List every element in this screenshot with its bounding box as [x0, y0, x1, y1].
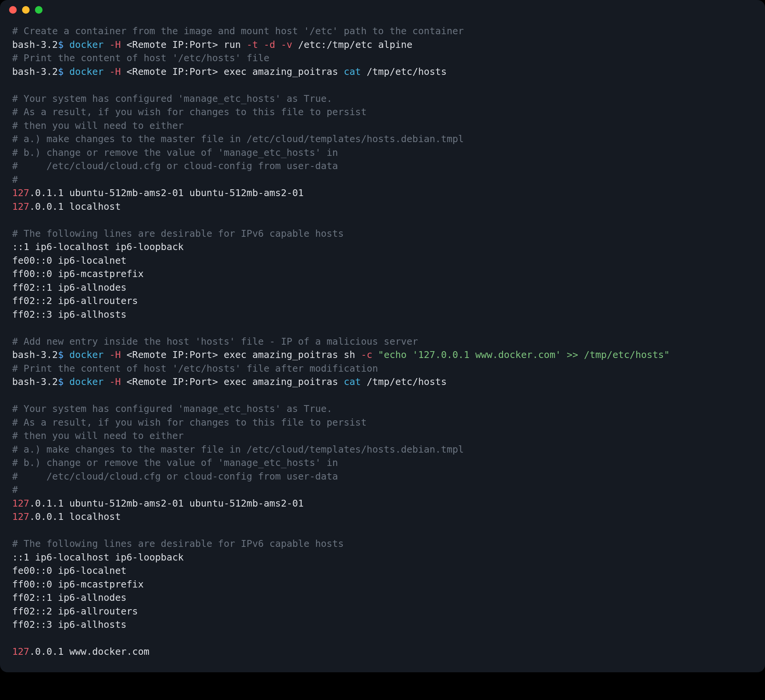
- terminal-token: ff02::3 ip6-allhosts: [12, 309, 126, 320]
- terminal-token: #: [12, 484, 18, 495]
- terminal-line: 127.0.0.1 localhost: [12, 510, 753, 524]
- terminal-line: # a.) make changes to the master file in…: [12, 132, 753, 146]
- terminal-line: # /etc/cloud/cloud.cfg or cloud-config f…: [12, 159, 753, 173]
- terminal-token: -t: [247, 39, 258, 50]
- terminal-token: # b.) change or remove the value of 'man…: [12, 147, 338, 158]
- terminal-token: /tmp/etc/hosts: [361, 376, 447, 387]
- terminal-line: bash-3.2$ docker -H <Remote IP:Port> exe…: [12, 65, 753, 79]
- terminal-token: 127: [12, 646, 29, 657]
- terminal-token: .0.1.1 ubuntu-512mb-ams2-01 ubuntu-512mb…: [29, 498, 303, 509]
- terminal-token: ff02::2 ip6-allrouters: [12, 606, 138, 617]
- terminal-line: # Print the content of host '/etc/hosts'…: [12, 51, 753, 65]
- terminal-token: #: [12, 174, 18, 185]
- terminal-line: ::1 ip6-localhost ip6-loopback: [12, 240, 753, 254]
- terminal-token: # then you will need to either: [12, 120, 184, 131]
- terminal-token: # then you will need to either: [12, 430, 184, 441]
- terminal-token: bash-3.2: [12, 349, 58, 360]
- terminal-line: # The following lines are desirable for …: [12, 537, 753, 551]
- terminal-line: # b.) change or remove the value of 'man…: [12, 456, 753, 470]
- terminal-window: # Create a container from the image and …: [0, 0, 765, 672]
- terminal-token: fe00::0 ip6-localnet: [12, 255, 126, 266]
- terminal-token: [12, 633, 18, 644]
- terminal-line: # Your system has configured 'manage_etc…: [12, 92, 753, 106]
- terminal-line: fe00::0 ip6-localnet: [12, 254, 753, 268]
- terminal-line: ff02::1 ip6-allnodes: [12, 591, 753, 605]
- terminal-token: 127: [12, 498, 29, 509]
- terminal-token: .0.0.1 www.docker.com: [29, 646, 149, 657]
- terminal-token: ff02::1 ip6-allnodes: [12, 592, 126, 603]
- terminal-token: -c: [361, 349, 372, 360]
- terminal-token: # As a result, if you wish for changes t…: [12, 106, 367, 117]
- terminal-token: # Your system has configured 'manage_etc…: [12, 93, 332, 104]
- terminal-line: [12, 632, 753, 645]
- terminal-token: # /etc/cloud/cloud.cfg or cloud-config f…: [12, 471, 338, 482]
- terminal-line: # As a result, if you wish for changes t…: [12, 416, 753, 429]
- terminal-token: -d: [264, 39, 275, 50]
- terminal-line: ff02::3 ip6-allhosts: [12, 618, 753, 632]
- terminal-token: cat: [344, 66, 361, 77]
- terminal-token: -v: [281, 39, 292, 50]
- terminal-token: ff02::1 ip6-allnodes: [12, 282, 126, 293]
- terminal-token: -H: [109, 349, 121, 360]
- terminal-line: bash-3.2$ docker -H <Remote IP:Port> exe…: [12, 375, 753, 389]
- terminal-token: ::1 ip6-localhost ip6-loopback: [12, 241, 184, 252]
- terminal-token: -H: [109, 66, 121, 77]
- terminal-token: $: [58, 349, 69, 360]
- terminal-line: # /etc/cloud/cloud.cfg or cloud-config f…: [12, 470, 753, 483]
- terminal-body[interactable]: # Create a container from the image and …: [0, 20, 765, 672]
- terminal-line: #: [12, 173, 753, 187]
- terminal-token: # The following lines are desirable for …: [12, 228, 344, 239]
- terminal-token: docker: [70, 39, 104, 50]
- terminal-token: # As a result, if you wish for changes t…: [12, 417, 367, 428]
- terminal-token: # Print the content of host '/etc/hosts'…: [12, 363, 378, 374]
- window-titlebar: [0, 0, 765, 20]
- terminal-token: bash-3.2: [12, 376, 58, 387]
- terminal-token: [12, 322, 18, 333]
- terminal-line: # b.) change or remove the value of 'man…: [12, 146, 753, 160]
- terminal-token: # /etc/cloud/cloud.cfg or cloud-config f…: [12, 160, 338, 171]
- terminal-line: [12, 213, 753, 227]
- terminal-token: 127: [12, 511, 29, 522]
- terminal-token: [104, 39, 109, 50]
- terminal-token: # b.) change or remove the value of 'man…: [12, 457, 338, 468]
- terminal-token: $: [58, 376, 69, 387]
- zoom-icon[interactable]: [35, 6, 43, 14]
- terminal-token: # a.) make changes to the master file in…: [12, 444, 464, 455]
- terminal-token: # a.) make changes to the master file in…: [12, 133, 464, 144]
- terminal-token: docker: [70, 349, 104, 360]
- terminal-token: # Add new entry inside the host 'hosts' …: [12, 336, 418, 347]
- terminal-line: [12, 389, 753, 402]
- terminal-line: bash-3.2$ docker -H <Remote IP:Port> run…: [12, 38, 753, 52]
- terminal-line: # Print the content of host '/etc/hosts'…: [12, 362, 753, 375]
- terminal-token: [12, 390, 18, 401]
- terminal-token: 127: [12, 201, 29, 212]
- terminal-token: /etc:/tmp/etc alpine: [292, 39, 413, 50]
- close-icon[interactable]: [9, 6, 17, 14]
- terminal-token: $: [58, 66, 69, 77]
- terminal-line: [12, 524, 753, 537]
- terminal-token: # The following lines are desirable for …: [12, 538, 344, 549]
- terminal-token: [104, 66, 109, 77]
- terminal-token: docker: [70, 376, 104, 387]
- terminal-line: ff02::2 ip6-allrouters: [12, 294, 753, 308]
- terminal-token: 127: [12, 187, 29, 198]
- terminal-token: "echo '127.0.0.1 www.docker.com' >> /tmp…: [378, 349, 670, 360]
- terminal-token: ff02::2 ip6-allrouters: [12, 295, 138, 306]
- terminal-token: ff00::0 ip6-mcastprefix: [12, 579, 144, 590]
- terminal-token: docker: [70, 66, 104, 77]
- terminal-token: <Remote IP:Port> exec amazing_poitras sh: [121, 349, 361, 360]
- terminal-line: #: [12, 483, 753, 497]
- terminal-token: .0.1.1 ubuntu-512mb-ams2-01 ubuntu-512mb…: [29, 187, 303, 198]
- terminal-line: # Create a container from the image and …: [12, 24, 753, 38]
- terminal-token: [12, 525, 18, 536]
- terminal-token: .0.0.1 localhost: [29, 511, 121, 522]
- terminal-line: 127.0.0.1 localhost: [12, 200, 753, 214]
- terminal-line: 127.0.0.1 www.docker.com: [12, 645, 753, 659]
- terminal-token: ff02::3 ip6-allhosts: [12, 619, 126, 630]
- terminal-token: <Remote IP:Port> run: [121, 39, 247, 50]
- terminal-token: ::1 ip6-localhost ip6-loopback: [12, 552, 184, 563]
- terminal-token: [104, 376, 109, 387]
- minimize-icon[interactable]: [22, 6, 30, 14]
- terminal-token: <Remote IP:Port> exec amazing_poitras: [121, 66, 344, 77]
- terminal-token: .0.0.1 localhost: [29, 201, 121, 212]
